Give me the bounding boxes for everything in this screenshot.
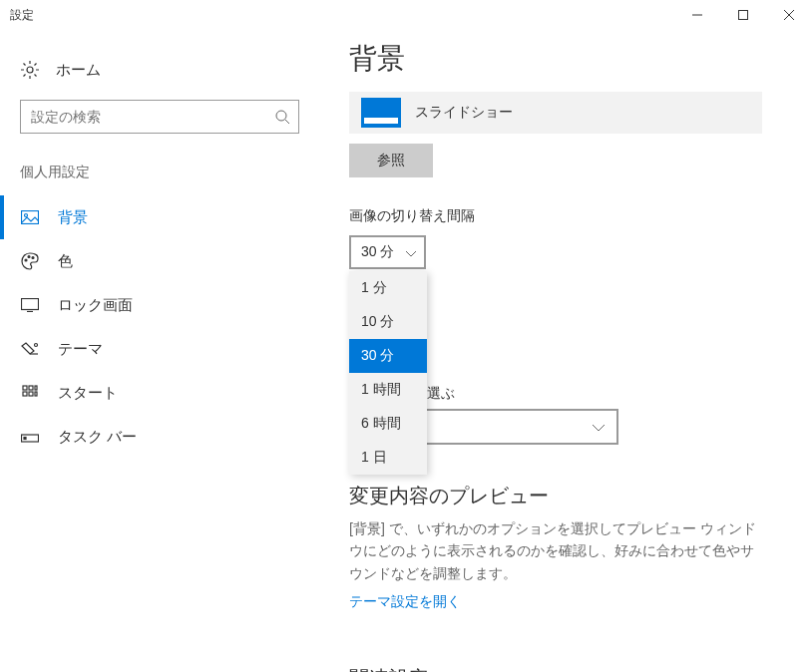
chevron-down-icon — [593, 418, 605, 436]
content: 背景 スライドショー 参照 画像の切り替え間隔 30 分 1 分10 分30 分… — [319, 30, 812, 672]
svg-point-9 — [25, 259, 27, 261]
svg-rect-1 — [739, 11, 748, 20]
minimize-button[interactable] — [674, 0, 720, 30]
sidebar: ホーム 個人用設定 背景色ロック画面テーマスタートタスク バー — [0, 30, 319, 672]
svg-point-5 — [276, 111, 286, 121]
svg-rect-18 — [29, 392, 33, 396]
svg-rect-20 — [35, 392, 37, 396]
interval-dropdown-menu: 1 分10 分30 分1 時間6 時間1 日 — [349, 271, 427, 475]
nav-item-3[interactable]: テーマ — [0, 327, 319, 371]
svg-point-4 — [27, 67, 33, 73]
nav-icon — [20, 295, 40, 315]
titlebar: 設定 — [0, 0, 812, 30]
svg-rect-15 — [23, 386, 27, 390]
dropdown-option[interactable]: 10 分 — [349, 305, 427, 339]
slideshow-label: スライドショー — [415, 104, 513, 122]
theme-settings-link[interactable]: テーマ設定を開く — [349, 593, 461, 611]
preview-title: 変更内容のプレビュー — [349, 483, 762, 509]
nav-icon — [20, 207, 40, 227]
section-header: 個人用設定 — [0, 154, 319, 195]
nav-icon — [20, 339, 40, 359]
nav-item-5[interactable]: タスク バー — [0, 415, 319, 459]
svg-rect-22 — [24, 438, 26, 440]
search-box[interactable] — [20, 100, 299, 134]
gear-icon — [20, 60, 40, 80]
nav-icon — [20, 383, 40, 403]
nav-item-1[interactable]: 色 — [0, 239, 319, 283]
page-title: 背景 — [349, 40, 762, 78]
nav-icon — [20, 251, 40, 271]
monitor-icon — [361, 98, 401, 128]
svg-point-10 — [28, 256, 30, 258]
svg-point-8 — [25, 214, 28, 217]
dropdown-option[interactable]: 1 分 — [349, 271, 427, 305]
nav-item-2[interactable]: ロック画面 — [0, 283, 319, 327]
interval-label: 画像の切り替え間隔 — [349, 207, 762, 225]
svg-point-11 — [32, 257, 34, 259]
nav-item-4[interactable]: スタート — [0, 371, 319, 415]
background-type-card: スライドショー — [349, 92, 762, 134]
nav-label: テーマ — [58, 340, 103, 359]
nav-label: ロック画面 — [58, 296, 133, 315]
svg-rect-19 — [35, 386, 37, 390]
svg-point-14 — [35, 344, 38, 347]
home-button[interactable]: ホーム — [0, 50, 319, 90]
dropdown-option[interactable]: 30 分 — [349, 339, 427, 373]
dropdown-option[interactable]: 6 時間 — [349, 407, 427, 441]
nav-label: 背景 — [58, 208, 88, 227]
preview-description: [背景] で、いずれかのオプションを選択してプレビュー ウィンドウにどのように表… — [349, 517, 762, 584]
svg-line-6 — [285, 120, 289, 124]
close-button[interactable] — [766, 0, 812, 30]
svg-rect-17 — [23, 392, 27, 396]
search-icon — [266, 109, 298, 125]
fit-label-partial: 選ぶ — [427, 385, 455, 403]
home-label: ホーム — [56, 61, 101, 80]
nav-label: スタート — [58, 384, 118, 403]
svg-rect-7 — [22, 211, 39, 224]
nav-label: タスク バー — [58, 428, 137, 447]
related-title: 関連設定 — [349, 665, 762, 672]
svg-rect-12 — [22, 299, 39, 310]
maximize-button[interactable] — [720, 0, 766, 30]
search-input[interactable] — [21, 109, 266, 125]
dropdown-option[interactable]: 1 日 — [349, 441, 427, 475]
nav-icon — [20, 427, 40, 447]
nav-label: 色 — [58, 252, 73, 271]
browse-button[interactable]: 参照 — [349, 144, 433, 177]
dropdown-option[interactable]: 1 時間 — [349, 373, 427, 407]
window-title: 設定 — [10, 7, 34, 24]
titlebar-buttons — [674, 0, 812, 30]
nav-item-0[interactable]: 背景 — [0, 195, 319, 239]
svg-rect-16 — [29, 386, 33, 390]
